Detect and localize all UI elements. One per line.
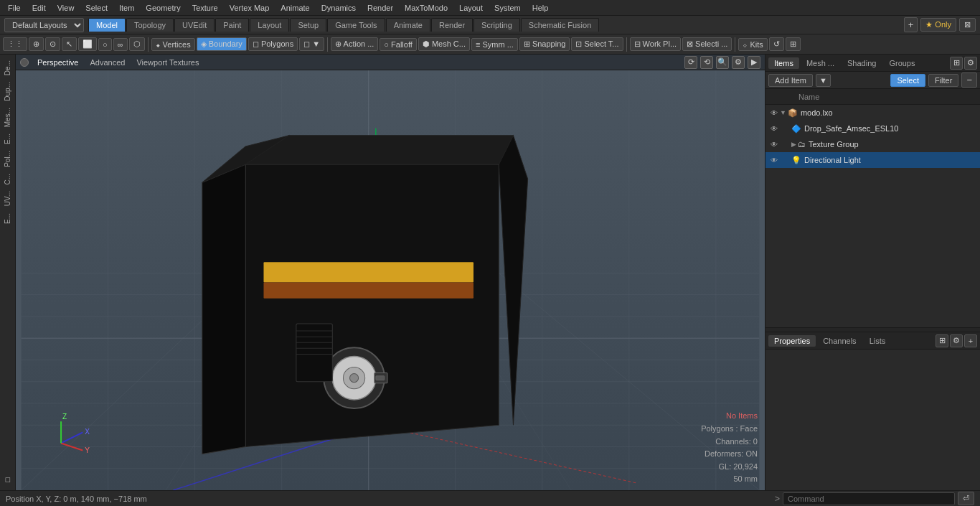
item-row-modo-lxo[interactable]: 👁 ▼ 📦 modo.lxo — [765, 105, 980, 121]
menu-view[interactable]: View — [52, 2, 80, 14]
menu-file[interactable]: File — [3, 2, 26, 14]
item-vis-texture[interactable]: 👁 — [768, 139, 780, 150]
vp-expand-btn[interactable]: ▶ — [748, 56, 760, 69]
selecti-button[interactable]: ⊠ Selecti ... — [682, 37, 732, 51]
menu-vertex-map[interactable]: Vertex Map — [225, 2, 275, 14]
prop-plus-btn[interactable]: + — [964, 334, 977, 347]
maximize-button[interactable]: ⊠ — [959, 18, 976, 32]
tab-schematic-fusion[interactable]: Schematic Fusion — [521, 18, 599, 32]
meshc-button[interactable]: ⬢ Mesh C... — [418, 37, 470, 51]
tool-arrow[interactable]: ↖ — [62, 37, 77, 51]
panel-settings-btn[interactable]: ⚙ — [964, 57, 977, 70]
item-vis-modo[interactable]: 👁 — [768, 107, 780, 118]
add-item-dropdown[interactable]: ▼ — [816, 74, 831, 87]
items-minus-button[interactable]: − — [961, 72, 977, 88]
item-vis-dropsafe[interactable]: 👁 — [768, 123, 780, 134]
command-input[interactable] — [783, 492, 955, 505]
left-tab-pol[interactable]: Pol... — [2, 148, 13, 170]
left-tab-e2[interactable]: E... — [2, 210, 13, 227]
tab-animate[interactable]: Animate — [386, 18, 430, 32]
menu-maxtomodo[interactable]: MaxToModo — [400, 2, 453, 14]
action-button[interactable]: ⊕ Action ... — [331, 37, 378, 51]
cmd-execute-button[interactable]: ⏎ — [958, 492, 974, 505]
symm-button[interactable]: ≡ Symm ... — [471, 38, 518, 51]
viewport-canvas[interactable]: X Y Z No Items Polygons : Face Channels:… — [16, 70, 765, 490]
vp-tab-advanced[interactable]: Advanced — [87, 57, 128, 67]
selection-type[interactable]: ◻ ▼ — [299, 37, 324, 51]
vp-tab-textures[interactable]: Viewport Textures — [133, 57, 202, 67]
left-tab-dup[interactable]: Dup... — [2, 79, 13, 104]
prop-expand-btn[interactable]: ⊞ — [936, 334, 948, 347]
items-select-button[interactable]: Select — [890, 74, 925, 87]
tab-uvedit[interactable]: UVEdit — [174, 18, 215, 32]
left-tab-bottom[interactable]: ◻ — [2, 474, 13, 487]
kits-button[interactable]: ⬦ Kits — [738, 38, 767, 51]
menu-select[interactable]: Select — [80, 2, 113, 14]
tool-select-rect[interactable]: ⬜ — [78, 37, 97, 51]
arrow-texture[interactable]: ▶ — [791, 141, 796, 148]
tab-paint[interactable]: Paint — [215, 18, 249, 32]
panel-tab-mesh[interactable]: Mesh ... — [801, 57, 840, 69]
prop-tab-properties[interactable]: Properties — [768, 335, 816, 347]
left-tab-mes[interactable]: Mes... — [2, 105, 13, 130]
vp-search-btn[interactable]: 🔍 — [716, 56, 729, 69]
menu-system[interactable]: System — [489, 2, 526, 14]
menu-item[interactable]: Item — [114, 2, 139, 14]
prop-settings-btn[interactable]: ⚙ — [950, 334, 963, 347]
menu-help[interactable]: Help — [527, 2, 554, 14]
menu-edit[interactable]: Edit — [27, 2, 51, 14]
tool-hex[interactable]: ⬡ — [129, 37, 145, 51]
snapping-button[interactable]: ⊞ Snapping — [519, 37, 570, 51]
panel-tab-items[interactable]: Items — [768, 57, 799, 69]
left-tab-e1[interactable]: E... — [2, 131, 13, 147]
vp-reset-btn[interactable]: ⟲ — [700, 56, 713, 69]
left-tab-de[interactable]: De... — [2, 57, 13, 78]
item-row-texture-group[interactable]: 👁 ▶ 🗂 Texture Group — [765, 136, 980, 152]
menu-dynamics[interactable]: Dynamics — [316, 2, 361, 14]
item-row-drop-safe[interactable]: 👁 🔷 Drop_Safe_Amsec_ESL10 — [765, 121, 980, 136]
tab-layout[interactable]: Layout — [250, 18, 289, 32]
prop-tab-channels[interactable]: Channels — [817, 335, 862, 347]
viewport[interactable]: Perspective Advanced Viewport Textures ⟳… — [16, 55, 765, 490]
menu-animate[interactable]: Animate — [275, 2, 314, 14]
polygons-button[interactable]: ◻ Polygons — [248, 37, 298, 51]
menu-geometry[interactable]: Geometry — [141, 2, 185, 14]
left-tab-uv[interactable]: UV... — [2, 188, 13, 209]
workpl-button[interactable]: ⊟ Work Pl... — [630, 37, 682, 51]
rotate-btn2[interactable]: ↺ — [769, 37, 784, 51]
prop-tab-lists[interactable]: Lists — [864, 335, 892, 347]
tab-topology[interactable]: Topology — [126, 18, 174, 32]
menu-layout[interactable]: Layout — [454, 2, 488, 14]
boundary-button[interactable]: ◈ Boundary — [197, 37, 247, 51]
tool-circle[interactable]: ○ — [98, 38, 112, 51]
vertices-button[interactable]: ⬥ Vertices — [151, 38, 195, 51]
viewport-dot[interactable] — [20, 58, 29, 67]
left-tab-c[interactable]: C... — [2, 171, 13, 188]
items-filter-button[interactable]: Filter — [928, 74, 958, 87]
star-only-button[interactable]: ★ Only — [920, 18, 956, 32]
tab-setup[interactable]: Setup — [290, 18, 326, 32]
add-layout-button[interactable]: + — [904, 17, 918, 32]
tool-origin[interactable]: ⊕ — [29, 37, 44, 51]
menu-texture[interactable]: Texture — [187, 2, 223, 14]
vp-settings-btn[interactable]: ⚙ — [732, 56, 745, 69]
falloff-button[interactable]: ○ Falloff — [380, 38, 416, 51]
tab-model[interactable]: Model — [88, 18, 126, 32]
tool-dots[interactable]: ⋮⋮ — [3, 37, 27, 51]
menu-render[interactable]: Render — [362, 2, 398, 14]
expand-btn[interactable]: ⊞ — [786, 37, 801, 51]
add-item-button[interactable]: Add Item — [768, 74, 813, 87]
vp-tab-perspective[interactable]: Perspective — [34, 57, 81, 67]
tool-lasso[interactable]: ∞ — [113, 38, 128, 51]
arrow-modo[interactable]: ▼ — [780, 109, 786, 116]
vp-sync-btn[interactable]: ⟳ — [684, 56, 697, 69]
item-row-dir-light[interactable]: 👁 💡 Directional Light — [765, 152, 980, 168]
panel-tab-groups[interactable]: Groups — [883, 57, 920, 69]
panel-tab-shading[interactable]: Shading — [842, 57, 882, 69]
layout-dropdown[interactable]: Default Layouts — [4, 18, 84, 32]
tab-render[interactable]: Render — [431, 18, 473, 32]
tab-game-tools[interactable]: Game Tools — [327, 18, 385, 32]
tab-scripting[interactable]: Scripting — [473, 18, 520, 32]
tool-world[interactable]: ⊙ — [45, 37, 60, 51]
panel-expand-btn[interactable]: ⊞ — [950, 57, 963, 70]
